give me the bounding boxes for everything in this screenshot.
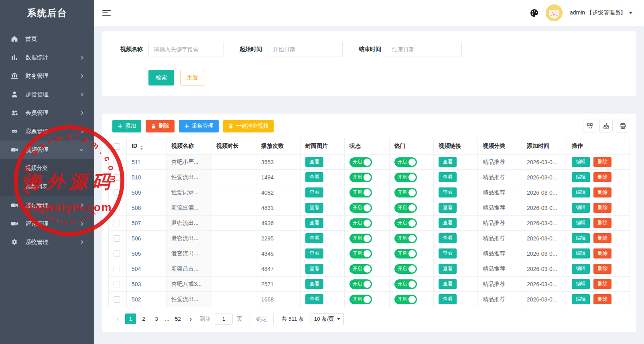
row-checkbox[interactable] [114, 235, 120, 242]
edit-button[interactable]: 编辑 [572, 203, 590, 213]
link-view-button[interactable]: 查看 [439, 187, 457, 197]
hot-toggle[interactable]: 开启 [394, 264, 417, 274]
page-button-2[interactable]: 2 [138, 313, 149, 324]
edit-button[interactable]: 编辑 [572, 187, 590, 197]
status-toggle[interactable]: 开启 [349, 234, 372, 243]
cover-view-button[interactable]: 查看 [305, 157, 323, 167]
cover-view-button[interactable]: 查看 [305, 218, 323, 228]
cover-view-button[interactable]: 查看 [305, 172, 323, 182]
user-avatar[interactable] [546, 4, 563, 21]
link-view-button[interactable]: 查看 [439, 279, 457, 289]
cover-view-button[interactable]: 查看 [305, 294, 323, 304]
link-view-button[interactable]: 查看 [439, 248, 457, 259]
reset-button[interactable]: 重置 [180, 70, 205, 85]
edit-button[interactable]: 编辑 [572, 264, 590, 274]
end-date-input[interactable] [387, 42, 462, 57]
hot-toggle[interactable]: 开启 [394, 173, 417, 182]
hot-toggle[interactable]: 开启 [394, 234, 417, 243]
goto-page-input[interactable] [215, 313, 233, 325]
next-page-button[interactable]: › [185, 315, 196, 323]
row-checkbox[interactable] [114, 159, 120, 165]
row-delete-button[interactable]: 删除 [593, 248, 611, 259]
user-menu[interactable]: admin 【超级管理员】 [570, 9, 633, 16]
row-checkbox[interactable] [114, 266, 120, 272]
hot-toggle[interactable]: 开启 [394, 203, 417, 213]
search-button[interactable]: 检索 [148, 70, 174, 85]
edit-button[interactable]: 编辑 [572, 172, 590, 182]
hot-toggle[interactable]: 开启 [394, 279, 417, 289]
sidebar-item-comments[interactable]: 评论管理 [0, 214, 94, 233]
sidebar-item-system[interactable]: 系统管理 [0, 233, 94, 251]
prev-page-button[interactable]: ‹ [112, 315, 123, 323]
link-view-button[interactable]: 查看 [439, 203, 457, 213]
edit-button[interactable]: 编辑 [572, 157, 590, 167]
link-view-button[interactable]: 查看 [439, 218, 457, 228]
toggle-columns-button[interactable] [583, 120, 596, 132]
select-all-checkbox[interactable] [114, 143, 120, 150]
cover-view-button[interactable]: 查看 [305, 248, 323, 259]
sidebar-item-finance[interactable]: 财务管理 [0, 67, 94, 85]
hot-toggle[interactable]: 开启 [394, 249, 417, 259]
row-checkbox[interactable] [114, 174, 120, 181]
sidebar-item-superadmin[interactable]: 超管管理 [0, 85, 94, 104]
hot-toggle[interactable]: 开启 [394, 295, 417, 304]
sidebar-item-concubine[interactable]: 选妃管理 [0, 196, 94, 214]
link-view-button[interactable]: 查看 [439, 294, 457, 304]
theme-palette-icon[interactable] [530, 9, 538, 17]
sidebar-item-home[interactable]: 首页 [0, 30, 94, 48]
status-toggle[interactable]: 开启 [349, 295, 372, 304]
row-checkbox[interactable] [114, 250, 120, 257]
sidebar-subitem-video-list[interactable]: 视频列表 [0, 177, 94, 196]
sidebar-subitem-video-categories[interactable]: 视频分类 [0, 159, 94, 177]
row-delete-button[interactable]: 删除 [593, 233, 611, 243]
cover-view-button[interactable]: 查看 [305, 203, 323, 213]
cover-view-button[interactable]: 查看 [305, 264, 323, 274]
clear-all-videos-button[interactable]: 一键清空视频 [223, 120, 274, 132]
status-toggle[interactable]: 开启 [349, 249, 372, 259]
row-delete-button[interactable]: 删除 [593, 187, 611, 197]
row-checkbox[interactable] [114, 281, 120, 287]
status-toggle[interactable]: 开启 [349, 264, 372, 274]
row-delete-button[interactable]: 删除 [593, 203, 611, 213]
sidebar-item-members[interactable]: 会员管理 [0, 104, 94, 122]
row-delete-button[interactable]: 删除 [593, 264, 611, 274]
row-delete-button[interactable]: 删除 [593, 172, 611, 182]
export-button[interactable] [599, 120, 613, 132]
cover-view-button[interactable]: 查看 [305, 187, 323, 197]
row-checkbox[interactable] [114, 205, 120, 211]
sort-icon[interactable] [140, 145, 143, 150]
page-button-52[interactable]: 52 [173, 313, 183, 324]
add-button[interactable]: 添加 [112, 120, 141, 132]
status-toggle[interactable]: 开启 [349, 279, 372, 289]
row-delete-button[interactable]: 删除 [593, 157, 611, 167]
row-delete-button[interactable]: 删除 [593, 218, 611, 228]
cover-view-button[interactable]: 查看 [305, 233, 323, 243]
status-toggle[interactable]: 开启 [349, 218, 372, 228]
status-toggle[interactable]: 开启 [349, 203, 372, 213]
cover-view-button[interactable]: 查看 [305, 279, 323, 289]
page-button-1[interactable]: 1 [125, 313, 136, 324]
delete-button[interactable]: 删除 [146, 120, 175, 132]
status-toggle[interactable]: 开启 [349, 173, 372, 182]
hot-toggle[interactable]: 开启 [394, 157, 417, 167]
status-toggle[interactable]: 开启 [349, 188, 372, 197]
edit-button[interactable]: 编辑 [572, 294, 590, 304]
row-checkbox[interactable] [114, 220, 120, 226]
edit-button[interactable]: 编辑 [572, 218, 590, 228]
link-view-button[interactable]: 查看 [439, 172, 457, 182]
sidebar-item-videos[interactable]: 视频管理 [0, 140, 94, 159]
link-view-button[interactable]: 查看 [439, 264, 457, 274]
start-date-input[interactable] [268, 42, 343, 57]
sidebar-item-lottery[interactable]: 彩票管理 [0, 122, 94, 140]
collect-manage-button[interactable]: 采集管理 [179, 120, 219, 132]
row-checkbox[interactable] [114, 189, 120, 196]
edit-button[interactable]: 编辑 [572, 248, 590, 259]
row-delete-button[interactable]: 删除 [593, 279, 611, 289]
link-view-button[interactable]: 查看 [439, 233, 457, 243]
edit-button[interactable]: 编辑 [572, 279, 590, 289]
print-button[interactable] [616, 120, 629, 132]
hamburger-menu-icon[interactable] [102, 10, 111, 16]
goto-confirm-button[interactable]: 确定 [250, 313, 274, 325]
page-size-select[interactable]: 10 条/页 [311, 313, 344, 325]
sidebar-item-statistics[interactable]: 数据统计 [0, 48, 94, 67]
